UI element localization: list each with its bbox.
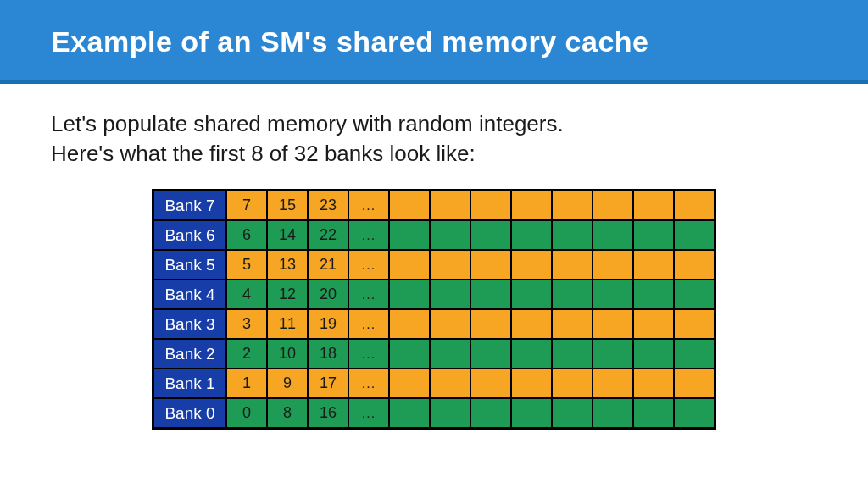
bank-cell xyxy=(674,280,715,309)
intro-line-2: Here's what the first 8 of 32 banks look… xyxy=(51,139,817,169)
bank-cell: 4 xyxy=(226,280,267,309)
bank-cell xyxy=(593,339,633,369)
bank-cell xyxy=(552,339,593,369)
table-row: Bank 441220... xyxy=(153,280,715,309)
table-row: Bank 661422... xyxy=(153,220,715,250)
bank-cell xyxy=(593,280,633,309)
bank-cell: ... xyxy=(348,280,389,309)
bank-cell xyxy=(593,191,633,220)
bank-cell: ... xyxy=(348,398,389,428)
bank-cell xyxy=(470,220,511,250)
bank-cell: 13 xyxy=(267,250,308,280)
table-row: Bank 551321... xyxy=(153,250,715,280)
bank-cell: 3 xyxy=(226,309,267,339)
bank-cell xyxy=(552,280,593,309)
bank-cell xyxy=(511,369,552,398)
bank-cell xyxy=(470,309,511,339)
bank-cell xyxy=(470,398,511,428)
bank-cell: 8 xyxy=(267,398,308,428)
bank-cell xyxy=(470,339,511,369)
bank-cell: 22 xyxy=(308,220,348,250)
bank-cell: 20 xyxy=(308,280,348,309)
bank-cell: 7 xyxy=(226,191,267,220)
bank-cell: 21 xyxy=(308,250,348,280)
bank-label: Bank 5 xyxy=(153,250,226,280)
bank-cell xyxy=(511,339,552,369)
bank-cell xyxy=(511,220,552,250)
bank-label: Bank 3 xyxy=(153,309,226,339)
bank-cell: 5 xyxy=(226,250,267,280)
bank-cell xyxy=(430,309,470,339)
bank-label: Bank 4 xyxy=(153,280,226,309)
bank-label: Bank 1 xyxy=(153,369,226,398)
bank-table: Bank 771523...Bank 661422...Bank 551321.… xyxy=(152,189,716,430)
bank-cell xyxy=(633,398,674,428)
bank-cell xyxy=(430,339,470,369)
bank-cell: 17 xyxy=(308,369,348,398)
bank-cell xyxy=(552,369,593,398)
bank-cell: 23 xyxy=(308,191,348,220)
table-row: Bank 331119... xyxy=(153,309,715,339)
bank-cell xyxy=(470,250,511,280)
bank-cell xyxy=(633,220,674,250)
bank-cell xyxy=(552,191,593,220)
bank-cell xyxy=(593,309,633,339)
bank-table-wrap: Bank 771523...Bank 661422...Bank 551321.… xyxy=(152,189,716,430)
bank-cell xyxy=(430,220,470,250)
bank-cell xyxy=(674,250,715,280)
bank-cell xyxy=(470,191,511,220)
bank-cell xyxy=(593,220,633,250)
bank-cell xyxy=(674,339,715,369)
slide-header: Example of an SM's shared memory cache xyxy=(0,0,868,84)
bank-cell xyxy=(674,191,715,220)
bank-cell: ... xyxy=(348,369,389,398)
bank-cell xyxy=(430,191,470,220)
bank-cell xyxy=(674,309,715,339)
bank-cell xyxy=(430,250,470,280)
bank-cell xyxy=(430,398,470,428)
bank-cell xyxy=(511,280,552,309)
bank-cell xyxy=(552,250,593,280)
bank-cell xyxy=(552,398,593,428)
bank-cell xyxy=(389,280,430,309)
bank-cell xyxy=(430,369,470,398)
bank-cell: 14 xyxy=(267,220,308,250)
bank-cell xyxy=(674,220,715,250)
bank-cell: 6 xyxy=(226,220,267,250)
bank-cell: 16 xyxy=(308,398,348,428)
bank-cell xyxy=(389,250,430,280)
bank-cell xyxy=(593,250,633,280)
bank-cell xyxy=(633,339,674,369)
bank-cell: ... xyxy=(348,250,389,280)
bank-cell: 2 xyxy=(226,339,267,369)
table-row: Bank 11917... xyxy=(153,369,715,398)
bank-label: Bank 0 xyxy=(153,398,226,428)
bank-cell: 10 xyxy=(267,339,308,369)
bank-cell: ... xyxy=(348,220,389,250)
table-row: Bank 221018... xyxy=(153,339,715,369)
bank-label: Bank 7 xyxy=(153,191,226,220)
bank-cell xyxy=(633,250,674,280)
bank-cell xyxy=(674,369,715,398)
bank-cell: ... xyxy=(348,339,389,369)
bank-cell xyxy=(511,250,552,280)
bank-cell: 9 xyxy=(267,369,308,398)
bank-cell: ... xyxy=(348,191,389,220)
bank-cell xyxy=(593,369,633,398)
bank-label: Bank 6 xyxy=(153,220,226,250)
intro-line-1: Let's populate shared memory with random… xyxy=(51,109,817,139)
bank-cell: 0 xyxy=(226,398,267,428)
bank-cell xyxy=(633,369,674,398)
bank-cell xyxy=(633,280,674,309)
bank-cell xyxy=(430,280,470,309)
bank-cell xyxy=(389,369,430,398)
bank-cell xyxy=(389,339,430,369)
bank-cell xyxy=(511,309,552,339)
table-row: Bank 771523... xyxy=(153,191,715,220)
bank-cell: 12 xyxy=(267,280,308,309)
bank-cell xyxy=(470,369,511,398)
bank-cell xyxy=(470,280,511,309)
bank-label: Bank 2 xyxy=(153,339,226,369)
bank-cell: 11 xyxy=(267,309,308,339)
bank-cell xyxy=(389,220,430,250)
